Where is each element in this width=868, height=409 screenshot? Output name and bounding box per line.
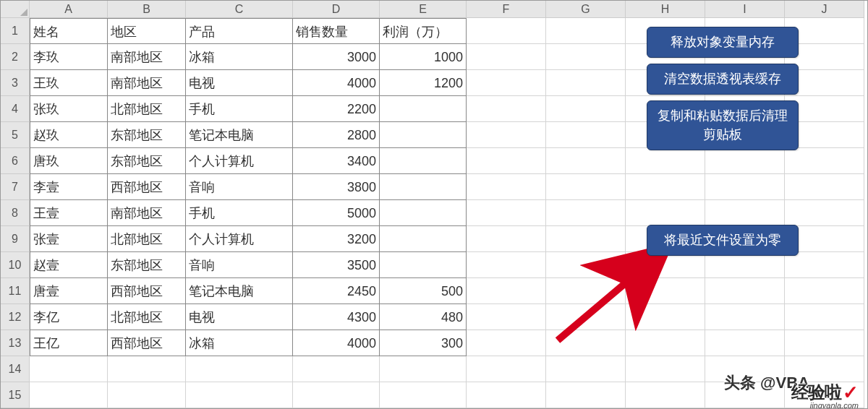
cell[interactable] [546, 356, 626, 382]
cell[interactable] [546, 18, 626, 44]
cell[interactable]: 4300 [293, 304, 380, 330]
cell[interactable] [467, 304, 546, 330]
column-header[interactable]: C [186, 1, 293, 18]
cell[interactable] [546, 174, 626, 200]
cell[interactable] [186, 382, 293, 408]
cell[interactable] [705, 278, 785, 304]
cell[interactable] [293, 382, 380, 408]
cell[interactable] [785, 200, 864, 226]
cell[interactable] [30, 356, 108, 382]
cell[interactable]: 东部地区 [108, 252, 186, 278]
column-header[interactable]: H [626, 1, 705, 18]
cell[interactable]: 冰箱 [186, 330, 293, 356]
row-header[interactable]: 5 [1, 122, 30, 148]
column-header[interactable]: D [293, 1, 380, 18]
release-object-memory-button[interactable]: 释放对象变量内存 [647, 27, 799, 58]
row-header[interactable]: 14 [1, 356, 30, 382]
cell[interactable] [626, 200, 705, 226]
cell[interactable]: 笔记本电脑 [186, 278, 293, 304]
cell[interactable]: 1000 [380, 44, 467, 70]
cell[interactable]: 3800 [293, 174, 380, 200]
cell[interactable] [546, 70, 626, 96]
cell[interactable]: 480 [380, 304, 467, 330]
cell[interactable] [380, 382, 467, 408]
cell[interactable]: 电视 [186, 304, 293, 330]
cell[interactable]: 5000 [293, 200, 380, 226]
cell[interactable] [186, 356, 293, 382]
cell[interactable]: 1200 [380, 70, 467, 96]
row-header[interactable]: 12 [1, 304, 30, 330]
cell[interactable]: 南部地区 [108, 44, 186, 70]
cell[interactable]: 冰箱 [186, 44, 293, 70]
row-header[interactable]: 11 [1, 278, 30, 304]
cell[interactable] [626, 148, 705, 174]
cell[interactable] [467, 382, 546, 408]
cell[interactable] [467, 174, 546, 200]
cell[interactable]: 赵壹 [30, 252, 108, 278]
cell[interactable] [705, 174, 785, 200]
column-header[interactable]: B [108, 1, 186, 18]
cell[interactable] [467, 226, 546, 252]
cell[interactable]: 张壹 [30, 226, 108, 252]
cell[interactable]: 李玖 [30, 44, 108, 70]
cell[interactable] [380, 226, 467, 252]
cell[interactable] [705, 252, 785, 278]
row-header[interactable]: 13 [1, 330, 30, 356]
cell[interactable] [467, 44, 546, 70]
clear-clipboard-button[interactable]: 复制和粘贴数据后清理剪贴板 [647, 100, 799, 150]
cell[interactable] [785, 304, 864, 330]
cell[interactable] [705, 148, 785, 174]
row-header[interactable]: 7 [1, 174, 30, 200]
cell[interactable]: 300 [380, 330, 467, 356]
cell[interactable] [546, 122, 626, 148]
cell[interactable] [626, 252, 705, 278]
cell[interactable] [626, 382, 705, 408]
cell[interactable] [380, 356, 467, 382]
cell[interactable]: 东部地区 [108, 122, 186, 148]
cell[interactable] [467, 70, 546, 96]
cell[interactable]: 李壹 [30, 174, 108, 200]
cell[interactable]: 唐玖 [30, 148, 108, 174]
cell[interactable] [467, 356, 546, 382]
select-all-corner[interactable] [1, 1, 30, 18]
set-recent-files-zero-button[interactable]: 将最近文件设置为零 [647, 225, 799, 256]
row-header[interactable]: 15 [1, 382, 30, 408]
cell[interactable] [380, 200, 467, 226]
cell[interactable]: 手机 [186, 96, 293, 122]
cell[interactable] [380, 148, 467, 174]
cell[interactable] [626, 330, 705, 356]
cell[interactable]: 张玖 [30, 96, 108, 122]
cell[interactable]: 南部地区 [108, 200, 186, 226]
cell[interactable] [785, 148, 864, 174]
cell[interactable] [546, 200, 626, 226]
row-header[interactable]: 2 [1, 44, 30, 70]
cell[interactable]: 赵玖 [30, 122, 108, 148]
cell[interactable] [546, 148, 626, 174]
column-header[interactable]: A [30, 1, 108, 18]
cell[interactable] [705, 330, 785, 356]
cell[interactable] [626, 356, 705, 382]
row-header[interactable]: 3 [1, 70, 30, 96]
column-header[interactable]: I [705, 1, 785, 18]
row-header[interactable]: 6 [1, 148, 30, 174]
cell[interactable]: 个人计算机 [186, 226, 293, 252]
row-header[interactable]: 4 [1, 96, 30, 122]
cell[interactable] [546, 330, 626, 356]
cell[interactable]: 李亿 [30, 304, 108, 330]
cell[interactable]: 2450 [293, 278, 380, 304]
cell[interactable] [108, 356, 186, 382]
cell[interactable] [546, 382, 626, 408]
column-header[interactable]: J [785, 1, 864, 18]
cell[interactable] [546, 226, 626, 252]
cell[interactable]: 王壹 [30, 200, 108, 226]
cell[interactable] [546, 278, 626, 304]
clear-pivot-cache-button[interactable]: 清空数据透视表缓存 [647, 64, 799, 95]
cell[interactable] [705, 304, 785, 330]
cell[interactable]: 姓名 [30, 18, 108, 44]
cell[interactable]: 个人计算机 [186, 148, 293, 174]
cell[interactable]: 产品 [186, 18, 293, 44]
cell[interactable]: 2800 [293, 122, 380, 148]
cell[interactable]: 北部地区 [108, 304, 186, 330]
cell[interactable]: 销售数量 [293, 18, 380, 44]
cell[interactable] [467, 96, 546, 122]
